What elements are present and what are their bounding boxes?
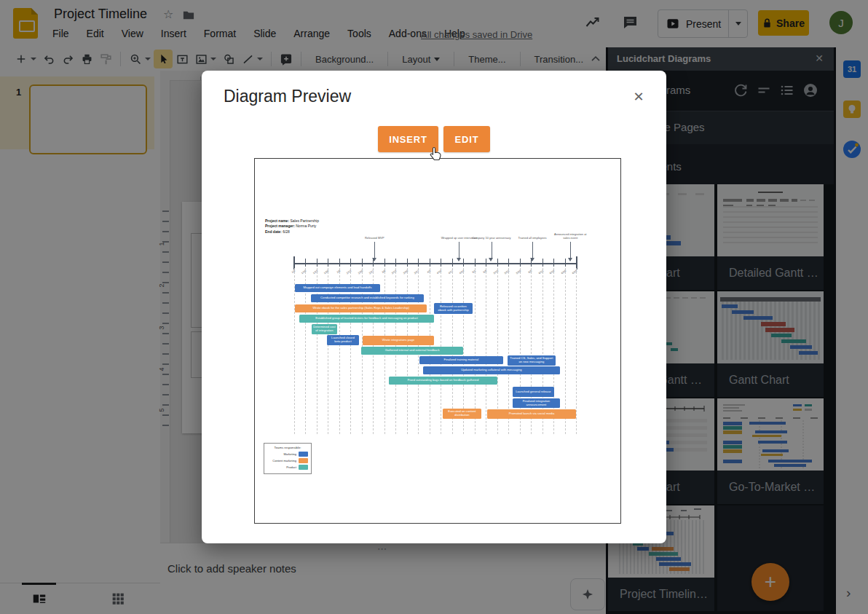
- milestone-arrow-icon: [372, 258, 376, 261]
- milestone-arrow-icon: [568, 258, 572, 261]
- milestone-line: [532, 242, 533, 259]
- milestone-arrow-icon: [489, 258, 493, 261]
- milestone-label: Company 10 year anniversary: [472, 220, 511, 240]
- milestone-line: [492, 242, 492, 259]
- gantt-task-bar: Wrote integrations page: [363, 336, 434, 345]
- chart-header-line: End date: 6/28: [265, 229, 319, 235]
- gridline: [350, 268, 351, 434]
- milestone-arrow-icon: [457, 258, 461, 261]
- gantt-task-bar: Launched general release: [513, 387, 554, 397]
- legend-row: Product: [267, 464, 308, 471]
- axis-tick: [305, 259, 306, 267]
- axis-tick: [452, 259, 453, 267]
- axis-tick: [339, 259, 340, 267]
- axis-tick: [475, 259, 476, 267]
- axis-tick: [553, 259, 554, 267]
- legend-row: Content marketing: [267, 457, 308, 464]
- milestone-line: [459, 242, 459, 259]
- chart-header-line: Project manager: Norma Purty: [265, 224, 319, 229]
- axis-tick: [362, 259, 363, 267]
- axis-tick: [542, 259, 543, 267]
- gridline: [317, 268, 317, 434]
- axis-tick: [418, 259, 419, 267]
- legend-swatch: [299, 452, 308, 457]
- axis-tick: [486, 259, 486, 267]
- gantt-task-bar: Finalized integration announcement: [513, 398, 560, 408]
- diagram-preview-canvas: 1/91/161/231/302/62/132/202/273/63/133/2…: [254, 158, 621, 524]
- gantt-task-bar: Executed on content distribution: [443, 409, 481, 419]
- milestone-label: Trained all employees: [513, 220, 552, 240]
- legend-title: Teams responsible:: [267, 446, 308, 449]
- gantt-task-bar: Mapped out campaign elements and lead ha…: [295, 284, 380, 292]
- axis-tick: [430, 259, 430, 267]
- axis-tick: [497, 259, 498, 267]
- chart-header-line: Project name: Sales Partnership: [265, 219, 319, 224]
- axis-tick: [520, 259, 521, 267]
- gantt-task-bar: Promoted launch via social media: [487, 409, 576, 419]
- axis-tick: [463, 259, 464, 267]
- google-slides-app: Project Timeline ☆ File Edit View Insert…: [0, 0, 868, 614]
- axis-tick: [576, 259, 577, 267]
- gantt-task-bar: Gathered internal and external feedback: [361, 347, 463, 355]
- axis-tick: [294, 259, 295, 267]
- gantt-task-bar: Finalized training material: [419, 356, 503, 364]
- legend-swatch: [299, 465, 308, 470]
- milestone-line: [374, 242, 375, 259]
- gridline: [294, 268, 295, 434]
- legend-label: Product: [286, 465, 296, 469]
- gantt-task-bar: Fixed outstanding bugs based on feedback…: [389, 377, 497, 385]
- legend-swatch: [299, 458, 308, 463]
- axis-tick: [407, 259, 408, 267]
- modal-title: Diagram Preview: [224, 87, 351, 106]
- hand-cursor-icon: [430, 146, 442, 162]
- legend-row: Marketing: [267, 451, 308, 457]
- axis-tick: [350, 259, 351, 267]
- axis-tick: [317, 259, 317, 267]
- axis-tick: [565, 259, 566, 267]
- gridline: [576, 268, 577, 434]
- diagram-preview-modal: Diagram Preview ✕ INSERT EDIT 1/91/161/2…: [202, 71, 666, 543]
- legend-label: Marketing: [283, 452, 296, 456]
- gantt-task-bar: Released co-written ebook with partnersh…: [434, 303, 473, 314]
- gridline: [486, 268, 486, 434]
- gantt-task-bar: Trained CS, Sales, and Support on new me…: [508, 355, 556, 366]
- gantt-task-bar: Determined cost of integration: [312, 324, 337, 334]
- gantt-task-bar: Established group of trusted testers for…: [299, 315, 434, 323]
- gantt-chart-header: Project name: Sales PartnershipProject m…: [265, 219, 319, 235]
- legend-label: Content marketing: [272, 459, 296, 463]
- gridline: [339, 268, 340, 434]
- milestone-label: Announced integration at sales event: [551, 220, 590, 240]
- gantt-task-bar: Conducted competitor research and establ…: [311, 294, 424, 302]
- axis-tick: [395, 259, 396, 267]
- gridline: [328, 268, 328, 434]
- milestone-line: [570, 242, 571, 259]
- gantt-task-bar: Wrote ebook for the sales partnership (S…: [295, 304, 427, 312]
- milestone-arrow-icon: [530, 258, 534, 261]
- axis-tick: [328, 259, 328, 267]
- axis-tick: [508, 259, 509, 267]
- close-icon[interactable]: ✕: [630, 88, 647, 106]
- gridline: [305, 268, 306, 434]
- axis-tick: [441, 259, 441, 267]
- gantt-legend: Teams responsible: MarketingContent mark…: [264, 443, 312, 474]
- gantt-task-bar: Updated marketing collateral with messag…: [423, 366, 560, 374]
- milestone-label: Released MVP: [355, 220, 394, 240]
- axis-tick: [384, 259, 385, 267]
- edit-button[interactable]: EDIT: [443, 126, 490, 152]
- gantt-task-bar: Launched closed beta product: [327, 335, 359, 345]
- timeline-axis: [294, 263, 576, 264]
